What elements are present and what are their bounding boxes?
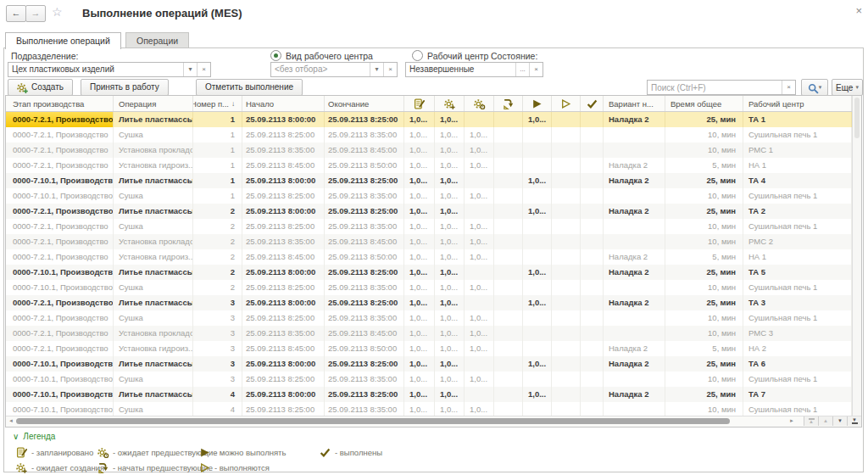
cell-planned[interactable]: 1,0... [404,295,435,310]
cell-workcenter[interactable]: НА 1 [743,158,852,173]
cell-end[interactable]: 25.09.2113 8:35:00 [325,127,404,142]
cell-can-exec[interactable]: 1,0... [523,295,552,310]
cell-planned[interactable]: 1,0... [404,204,435,219]
cell-wait-create[interactable]: 1,0... [435,204,465,219]
close-icon[interactable]: × [855,4,862,17]
cell-number[interactable]: 2 [193,249,242,265]
cell-wait-pred[interactable]: 1,0... [465,234,494,249]
cell-start[interactable]: 25.09.2113 8:00:00 [242,173,325,188]
cell-workcenter[interactable]: Сушильная печь 1 [743,280,852,295]
cell-end[interactable]: 25.09.2113 8:25:00 [325,173,404,188]
cell-stage[interactable]: 0000-7.2.1, Производство [6,234,114,249]
col-can-exec[interactable] [523,96,552,111]
cell-workcenter[interactable]: ТА 2 [743,204,852,219]
cell-done[interactable] [581,249,604,265]
cell-operation[interactable]: Литье пластмассы [114,204,193,219]
cell-operation[interactable]: Установка прокладок [114,326,193,341]
cell-planned[interactable]: 1,0... [404,127,435,142]
cell-workcenter[interactable]: Сушильная печь 1 [743,219,852,234]
cell-workcenter[interactable]: ТА 1 [743,112,852,127]
cell-variant[interactable]: Наладка 2 [604,173,665,188]
cell-wait-pred[interactable] [465,265,494,280]
cell-variant[interactable]: Наладка 2 [604,341,665,356]
cell-operation[interactable]: Сушка [114,280,193,295]
forward-button[interactable]: → [25,5,46,22]
col-operation[interactable]: Операция [114,96,193,111]
cell-number[interactable]: 2 [193,265,242,280]
cell-stage[interactable]: 0000-7.2.1, Производство [6,127,114,142]
table-row[interactable]: 0000-7.2.1, ПроизводствоУстановка гидрои… [6,158,852,173]
table-row[interactable]: 0000-7.2.1, ПроизводствоУстановка гидрои… [6,249,852,265]
cell-operation[interactable]: Установка гидроиз... [114,158,193,173]
cell-started-pred[interactable] [494,158,523,173]
table-row[interactable]: 0000-7.10.1, ПроизводствоСушка325.09.211… [6,372,852,387]
cell-variant[interactable] [604,372,665,387]
cell-time[interactable]: 5, мин [665,249,743,265]
cell-done[interactable] [581,372,604,387]
cell-executing[interactable] [552,127,581,142]
cell-wait-pred[interactable]: 1,0... [465,142,494,158]
horizontal-scrollbar[interactable]: ◄ ► ▲ ▲ ▼ ▼ [6,416,861,427]
cell-stage[interactable]: 0000-7.2.1, Производство [6,112,114,127]
cell-number[interactable]: 3 [193,372,242,387]
cell-end[interactable]: 25.09.2113 8:35:00 [325,280,404,295]
cell-done[interactable] [581,326,604,341]
cell-executing[interactable] [552,265,581,280]
cell-operation[interactable]: Сушка [114,310,193,326]
cell-variant[interactable] [604,219,665,234]
cell-planned[interactable]: 1,0... [404,280,435,295]
cell-variant[interactable] [604,127,665,142]
cell-end[interactable]: 25.09.2113 8:50:00 [325,158,404,173]
cell-wait-create[interactable]: 1,0... [435,341,465,356]
cell-started-pred[interactable] [494,372,523,387]
cell-can-exec[interactable]: 1,0... [523,387,552,402]
cell-number[interactable]: 4 [193,387,242,402]
col-stage[interactable]: Этап производства [6,96,114,111]
cell-wait-create[interactable]: 1,0... [435,173,465,188]
vertical-scrollbar-thumb[interactable] [854,98,860,138]
col-variant[interactable]: Вариант н... [604,96,665,111]
cell-can-exec[interactable] [523,219,552,234]
cell-stage[interactable]: 0000-7.2.1, Производство [6,249,114,265]
cell-started-pred[interactable] [494,219,523,234]
cell-time[interactable]: 10, мин [665,127,743,142]
cell-done[interactable] [581,173,604,188]
cell-can-exec[interactable] [523,249,552,265]
cell-started-pred[interactable] [494,280,523,295]
tab-operations[interactable]: Операции [125,32,189,48]
cell-workcenter[interactable]: НА 1 [743,249,852,265]
cell-can-exec[interactable] [523,326,552,341]
cell-time[interactable]: 25, мин [665,204,743,219]
cell-operation[interactable]: Сушка [114,127,193,142]
cell-variant[interactable] [604,280,665,295]
cell-done[interactable] [581,127,604,142]
cell-start[interactable]: 25.09.2113 8:45:00 [242,158,325,173]
cell-done[interactable] [581,204,604,219]
cell-time[interactable]: 25, мин [665,173,743,188]
cell-wait-create[interactable]: 1,0... [435,265,465,280]
cell-start[interactable]: 25.09.2113 8:00:00 [242,265,325,280]
cell-can-exec[interactable] [523,234,552,249]
go-first-button[interactable]: ▲ [804,416,818,426]
cell-end[interactable]: 25.09.2113 8:45:00 [325,326,404,341]
cell-planned[interactable]: 1,0... [404,142,435,158]
table-row[interactable]: 0000-7.2.1, ПроизводствоУстановка гидрои… [6,341,852,356]
cell-executing[interactable] [552,295,581,310]
cell-number[interactable]: 3 [193,341,242,356]
chevron-down-icon[interactable]: ▾ [183,63,197,76]
cell-variant[interactable]: Наладка 2 [604,158,665,173]
create-button[interactable]: Создать [8,79,73,96]
department-field[interactable]: Цех пластиковых изделий ▾ × [8,62,211,77]
cell-start[interactable]: 25.09.2113 8:35:00 [242,326,325,341]
cell-end[interactable]: 25.09.2113 8:35:00 [325,188,404,204]
cell-variant[interactable] [604,310,665,326]
cell-stage[interactable]: 0000-7.2.1, Производство [6,310,114,326]
cell-wait-create[interactable]: 1,0... [435,112,465,127]
cell-done[interactable] [581,341,604,356]
accept-to-work-button[interactable]: Принять в работу [81,79,169,96]
cell-done[interactable] [581,219,604,234]
cell-number[interactable]: 3 [193,310,242,326]
table-row[interactable]: 0000-7.10.1, ПроизводствоСушка125.09.211… [6,188,852,204]
cell-planned[interactable]: 1,0... [404,234,435,249]
cell-wait-pred[interactable]: 1,0... [465,372,494,387]
